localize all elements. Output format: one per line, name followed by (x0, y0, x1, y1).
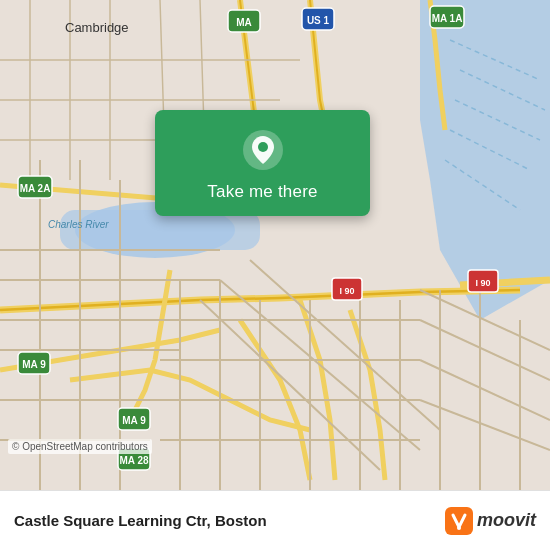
moovit-logo: moovit (445, 507, 536, 535)
svg-text:I 90: I 90 (475, 278, 490, 288)
location-pin-icon (241, 128, 285, 172)
map-container: MA US 1 MA 1A MA 2A I 90 I 90 MA 9 MA 9 … (0, 0, 550, 490)
bottom-bar: Castle Square Learning Ctr, Boston moovi… (0, 490, 550, 550)
svg-rect-68 (445, 507, 473, 535)
take-me-there-button[interactable]: Take me there (207, 182, 317, 202)
svg-text:MA 1A: MA 1A (432, 13, 463, 24)
svg-text:Cambridge: Cambridge (65, 20, 129, 35)
map-attribution: © OpenStreetMap contributors (8, 439, 152, 454)
svg-text:I 90: I 90 (339, 286, 354, 296)
svg-text:MA 2A: MA 2A (20, 183, 51, 194)
map-background: MA US 1 MA 1A MA 2A I 90 I 90 MA 9 MA 9 … (0, 0, 550, 490)
attribution-text: © OpenStreetMap contributors (12, 441, 148, 452)
svg-text:MA 28: MA 28 (119, 455, 149, 466)
location-title: Castle Square Learning Ctr, Boston (14, 512, 445, 529)
svg-text:MA: MA (236, 17, 252, 28)
svg-text:MA 9: MA 9 (122, 415, 146, 426)
svg-point-67 (258, 142, 268, 152)
moovit-brand-text: moovit (477, 510, 536, 531)
moovit-brand-icon (445, 507, 473, 535)
svg-text:Charles River: Charles River (48, 219, 109, 230)
svg-text:US 1: US 1 (307, 15, 330, 26)
svg-text:MA 9: MA 9 (22, 359, 46, 370)
popup-card: Take me there (155, 110, 370, 216)
svg-point-69 (457, 526, 461, 530)
svg-rect-2 (60, 210, 260, 250)
